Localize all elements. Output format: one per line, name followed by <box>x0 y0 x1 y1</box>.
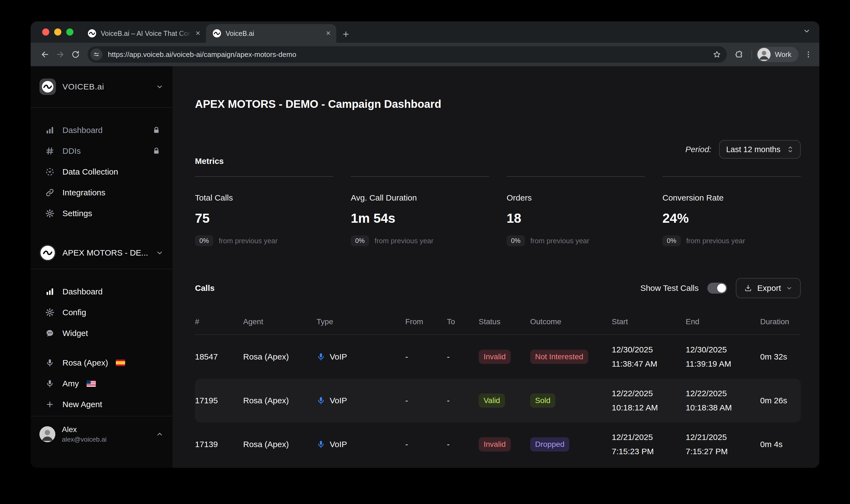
voiceb-wave-icon <box>212 29 221 38</box>
chevron-up-icon[interactable] <box>156 430 164 438</box>
sidebar-item-data-collection[interactable]: Data Collection <box>39 161 164 182</box>
column-header[interactable]: Status <box>479 318 530 326</box>
column-header[interactable]: Agent <box>243 318 316 326</box>
call-from: - <box>405 352 447 361</box>
forward-icon[interactable] <box>53 47 68 62</box>
column-header[interactable]: From <box>405 318 447 326</box>
workspace-switcher[interactable]: VOICEB.ai <box>39 66 164 107</box>
sidebar-item-label: Config <box>63 308 86 317</box>
call-duration: 0m 32s <box>760 352 801 361</box>
change-badge: 0% <box>195 235 213 246</box>
sidebar-item-label: Dashboard <box>63 126 103 135</box>
zoom-window-button[interactable] <box>66 29 73 36</box>
hash-icon <box>45 146 55 156</box>
metric-label: Total Calls <box>195 193 333 202</box>
sidebar-item-label: Widget <box>63 329 88 338</box>
chevron-down-icon[interactable] <box>156 83 164 91</box>
browser-tab-active[interactable]: VoiceB.ai ✕ <box>206 24 336 43</box>
extensions-icon[interactable] <box>734 50 744 59</box>
call-row[interactable]: 18547 Rosa (Apex) VoIP - - Invalid Not I… <box>195 335 801 379</box>
sidebar-item-label: Settings <box>63 209 92 218</box>
browser-tab-inactive[interactable]: VoiceB.ai – AI Voice That Con ✕ <box>81 24 206 43</box>
calls-section-title: Calls <box>195 284 215 293</box>
calls-table-header: # Agent Type From To Status Outcome Star… <box>195 318 801 326</box>
link-icon <box>45 188 55 197</box>
call-row[interactable]: 17139 Rosa (Apex) VoIP - - Invalid Dropp… <box>195 422 801 466</box>
call-end: 12/21/2025 7:15:27 PM <box>686 432 760 457</box>
back-icon[interactable] <box>37 47 53 62</box>
user-menu[interactable]: Alex alex@voiceb.ai <box>39 425 164 443</box>
bookmark-star-icon[interactable] <box>713 50 721 59</box>
agent-item-amy[interactable]: Amy <box>39 373 164 394</box>
chevron-down-icon <box>786 285 793 291</box>
call-from: - <box>405 396 447 405</box>
campaign-switcher[interactable]: APEX MOTORS - DE... <box>39 237 164 269</box>
new-tab-button[interactable] <box>342 30 350 38</box>
period-value: Last 12 months <box>726 145 780 154</box>
close-tab-icon[interactable]: ✕ <box>195 30 201 36</box>
export-button[interactable]: Export <box>736 278 801 298</box>
metric-change: 0% from previous year <box>195 235 333 246</box>
call-to: - <box>447 440 479 449</box>
tab-strip: VoiceB.ai – AI Voice That Con ✕ VoiceB.a… <box>31 21 819 43</box>
start-date: 12/22/2025 <box>612 388 686 399</box>
column-header[interactable]: Outcome <box>530 318 612 326</box>
sidebar-item-settings[interactable]: Settings <box>39 203 164 224</box>
sidebar-item-label: DDIs <box>63 146 81 156</box>
change-note: from previous year <box>375 237 433 245</box>
show-test-calls-toggle[interactable] <box>707 283 727 293</box>
call-type: VoIP <box>316 352 405 361</box>
close-window-button[interactable] <box>42 29 49 36</box>
sidebar-item-dashboard[interactable]: Dashboard <box>39 120 164 141</box>
dashed-scan-icon <box>45 167 55 177</box>
metric-card-conversion-rate: Conversion Rate 24% 0% from previous yea… <box>662 176 801 246</box>
sidebar-item-label: Dashboard <box>63 287 103 296</box>
sidebar-item-widget[interactable]: Widget <box>39 323 164 344</box>
toggle-knob <box>717 284 726 292</box>
screen: VoiceB.ai – AI Voice That Con ✕ VoiceB.a… <box>0 0 850 504</box>
change-note: from previous year <box>219 237 278 245</box>
mic-icon <box>45 358 55 367</box>
chevron-down-icon[interactable] <box>156 249 164 257</box>
site-settings-icon[interactable] <box>90 49 102 60</box>
sidebar-item-config[interactable]: Config <box>39 302 164 323</box>
agent-item-rosa[interactable]: Rosa (Apex) <box>39 353 164 373</box>
column-header[interactable]: Start <box>612 318 686 326</box>
sidebar-item-campaign-dashboard[interactable]: Dashboard <box>39 281 164 302</box>
new-agent-button[interactable]: New Agent <box>39 394 164 415</box>
new-agent-label: New Agent <box>63 400 102 409</box>
chat-bubble-icon <box>45 329 55 338</box>
call-id: 17139 <box>195 440 243 449</box>
period-select[interactable]: Last 12 months <box>719 140 801 159</box>
call-outcome-cell: Dropped <box>530 437 612 451</box>
sidebar-item-integrations[interactable]: Integrations <box>39 182 164 203</box>
browser-menu-icon[interactable] <box>804 50 813 59</box>
column-header[interactable]: To <box>447 318 479 326</box>
column-header[interactable]: End <box>686 318 760 326</box>
column-header[interactable]: Duration <box>760 318 801 326</box>
column-header[interactable]: Type <box>316 318 405 326</box>
bar-chart-icon <box>45 126 55 135</box>
call-row[interactable]: 17195 Rosa (Apex) VoIP - - Valid Sold <box>195 379 801 422</box>
call-status-cell: Valid <box>479 394 530 408</box>
call-type-label: VoIP <box>330 440 347 449</box>
close-tab-icon[interactable]: ✕ <box>326 30 331 36</box>
address-bar[interactable]: https://app.voiceb.ai/voiceb-ai/campaign… <box>88 46 727 62</box>
status-badge: Valid <box>479 394 505 408</box>
end-time: 10:18:38 AM <box>686 402 760 413</box>
change-note: from previous year <box>531 237 589 245</box>
profile-avatar <box>758 48 770 61</box>
minimize-window-button[interactable] <box>54 29 61 36</box>
url-text[interactable]: https://app.voiceb.ai/voiceb-ai/campaign… <box>108 50 707 59</box>
tab-search-chevron-icon[interactable] <box>803 27 811 37</box>
sidebar-item-label: Data Collection <box>63 167 118 177</box>
column-header[interactable]: # <box>195 318 243 326</box>
reload-icon[interactable] <box>68 47 83 62</box>
calls-controls: Show Test Calls Export <box>640 278 801 298</box>
browser-profile-button[interactable]: Work <box>756 47 799 62</box>
metric-value: 24% <box>662 209 801 228</box>
calls-table: # Agent Type From To Status Outcome Star… <box>195 318 801 466</box>
mic-icon <box>316 353 325 361</box>
change-badge: 0% <box>662 235 681 246</box>
sidebar-item-ddis[interactable]: DDIs <box>39 141 164 161</box>
